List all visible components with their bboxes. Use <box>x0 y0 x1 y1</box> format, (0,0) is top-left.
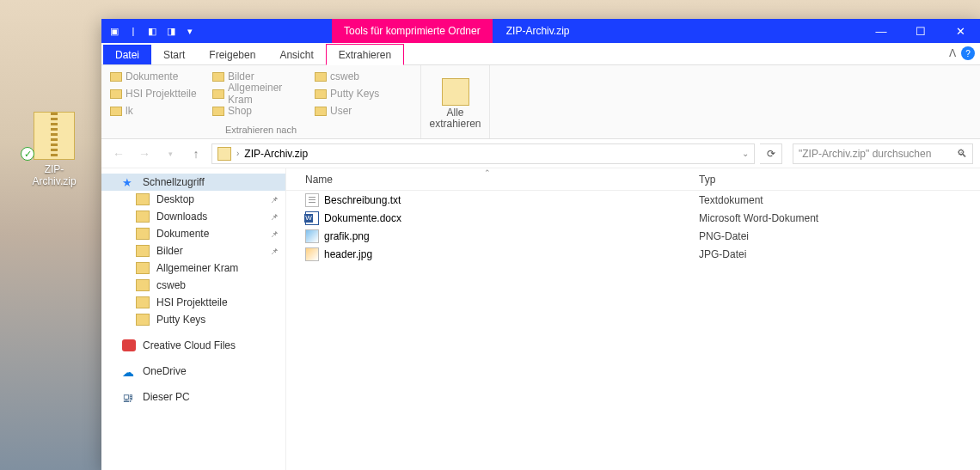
file-row[interactable]: Dokumente.docxMicrosoft Word-Dokument <box>286 209 980 227</box>
folder-icon <box>315 107 327 116</box>
file-type: PNG-Datei <box>699 230 980 242</box>
ribbon-destination-label: lk <box>126 105 133 117</box>
maximize-button[interactable]: ☐ <box>901 19 940 43</box>
forward-button[interactable]: → <box>134 143 155 164</box>
extract-all-button[interactable]: Alleextrahieren <box>429 75 481 130</box>
file-icon <box>305 211 319 225</box>
ribbon-destination[interactable]: Allgemeiner Kram <box>212 86 309 101</box>
sidebar-quickaccess-label: Schnellzugriff <box>143 176 205 188</box>
folder-icon <box>136 296 150 308</box>
sidebar-item[interactable]: Allgemeiner Kram <box>101 259 285 277</box>
ribbon-destination-label: Bilder <box>228 70 254 82</box>
pin-icon[interactable]: 📌︎ <box>270 195 279 204</box>
breadcrumb-current[interactable]: ZIP-Archiv.zip <box>244 148 308 160</box>
sidebar-quickaccess[interactable]: ★Schnellzugriff <box>101 174 285 191</box>
sidebar-item[interactable]: csweb <box>101 277 285 294</box>
navigation-bar: ← → ▾ ↑ › ZIP-Archiv.zip ⌄ ⟳ "ZIP-Archiv… <box>101 139 980 168</box>
folder-icon <box>136 228 150 240</box>
tab-extract[interactable]: Extrahieren <box>326 44 404 65</box>
sidebar-item[interactable]: Putty Keys <box>101 311 285 328</box>
ribbon-destination-label: Dokumente <box>126 70 178 82</box>
ribbon-destination-label: Putty Keys <box>330 88 379 100</box>
pin-icon[interactable]: 📌︎ <box>270 229 279 239</box>
folder-icon <box>110 107 122 116</box>
tab-start[interactable]: Start <box>151 45 197 64</box>
search-icon[interactable]: 🔍︎ <box>957 148 967 160</box>
close-button[interactable]: ✕ <box>940 19 980 43</box>
sidebar-creative-cloud[interactable]: Creative Cloud Files <box>101 337 285 354</box>
tab-view[interactable]: Ansicht <box>267 45 325 64</box>
breadcrumb-dropdown-icon[interactable]: ⌄ <box>742 149 749 158</box>
sidebar-item-label: Desktop <box>156 193 194 205</box>
file-list: Beschreibung.txtTextdokumentDokumente.do… <box>286 191 980 263</box>
new-folder-icon[interactable]: ◨ <box>163 23 179 39</box>
sidebar-item[interactable]: Downloads📌︎ <box>101 208 285 225</box>
sidebar-item[interactable]: Desktop📌︎ <box>101 191 285 208</box>
folder-icon <box>136 211 150 223</box>
history-dropdown[interactable]: ▾ <box>160 143 181 164</box>
onedrive-icon: ☁ <box>122 365 136 377</box>
window-title: ZIP-Archiv.zip <box>493 19 861 43</box>
tab-file[interactable]: Datei <box>103 45 151 64</box>
ribbon-destination[interactable]: lk <box>110 103 207 119</box>
file-name: header.jpg <box>324 248 372 260</box>
sidebar-item-label: HSI Projektteile <box>156 296 228 308</box>
zip-breadcrumb-icon <box>217 147 231 161</box>
folder-icon <box>136 279 150 291</box>
up-button[interactable]: ↑ <box>186 143 206 164</box>
zip-file-icon: ✓ <box>34 112 75 160</box>
file-row[interactable]: Beschreibung.txtTextdokument <box>286 191 980 209</box>
ribbon-destination[interactable]: Putty Keys <box>315 86 412 101</box>
sidebar-item-label: Downloads <box>156 211 207 223</box>
chevron-right-icon[interactable]: › <box>236 149 239 158</box>
sidebar-this-pc[interactable]: 🖳Dieser PC <box>101 388 285 406</box>
content-area: ★Schnellzugriff Desktop📌︎Downloads📌︎Doku… <box>101 168 980 470</box>
sidebar-item-label: Allgemeiner Kram <box>156 262 238 274</box>
file-icon <box>305 193 319 207</box>
sidebar-onedrive[interactable]: ☁OneDrive <box>101 363 285 380</box>
sidebar-item[interactable]: Bilder📌︎ <box>101 242 285 259</box>
search-box[interactable]: "ZIP-Archiv.zip" durchsuchen 🔍︎ <box>793 143 973 164</box>
file-name: Dokumente.docx <box>324 212 401 224</box>
ribbon-destination[interactable]: csweb <box>315 69 412 84</box>
ribbon-destination-label: csweb <box>330 70 359 82</box>
desktop-zip-icon[interactable]: ✓ ZIP-Archiv.zip <box>24 112 84 187</box>
column-type[interactable]: Typ <box>699 174 980 186</box>
folder-icon <box>315 72 327 82</box>
sidebar-pc-label: Dieser PC <box>143 391 190 403</box>
ribbon-destination[interactable]: Dokumente <box>110 69 207 84</box>
sidebar-item-label: Putty Keys <box>156 314 205 326</box>
tab-share[interactable]: Freigeben <box>197 45 267 64</box>
folder-icon <box>136 314 150 326</box>
file-row[interactable]: header.jpgJPG-Datei <box>286 245 980 263</box>
breadcrumb[interactable]: › ZIP-Archiv.zip ⌄ <box>211 143 755 164</box>
ribbon-destination[interactable]: User <box>315 103 412 119</box>
column-name[interactable]: Name <box>286 174 699 186</box>
ribbon-destination[interactable]: Shop <box>212 103 309 119</box>
back-button[interactable]: ← <box>108 143 129 164</box>
qat-customize-icon[interactable]: ▾ <box>182 23 198 39</box>
sidebar-cc-label: Creative Cloud Files <box>143 339 236 351</box>
pin-icon[interactable]: 📌︎ <box>270 247 279 256</box>
pc-icon: 🖳 <box>122 391 136 403</box>
titlebar[interactable]: ▣ | ◧ ◨ ▾ Tools für komprimierte Ordner … <box>101 19 980 43</box>
extract-all-label: Alleextrahieren <box>429 107 481 130</box>
sidebar-item[interactable]: HSI Projektteile <box>101 294 285 311</box>
minimize-button[interactable]: — <box>861 19 901 43</box>
creative-cloud-icon <box>122 339 136 351</box>
ribbon-destination[interactable]: HSI Projektteile <box>110 86 207 101</box>
sidebar-item-label: Dokumente <box>156 228 209 240</box>
ribbon-collapse-icon[interactable]: ᐱ <box>949 47 956 59</box>
folder-icon <box>136 193 150 205</box>
properties-icon[interactable]: ◧ <box>144 23 160 39</box>
ribbon-destination-label: User <box>330 105 352 117</box>
qat-separator: | <box>126 23 141 39</box>
sync-check-icon: ✓ <box>21 147 34 161</box>
pin-icon[interactable]: 📌︎ <box>270 212 279 222</box>
sort-indicator-icon: ⌃ <box>484 168 491 177</box>
refresh-button[interactable]: ⟳ <box>760 143 782 164</box>
sidebar-item[interactable]: Dokumente📌︎ <box>101 225 285 242</box>
explorer-window: ▣ | ◧ ◨ ▾ Tools für komprimierte Ordner … <box>101 19 980 470</box>
help-icon[interactable]: ? <box>961 46 975 60</box>
file-row[interactable]: grafik.pngPNG-Datei <box>286 227 980 245</box>
